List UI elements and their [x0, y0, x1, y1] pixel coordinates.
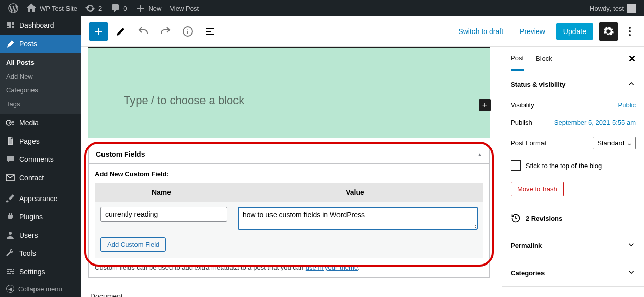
publish-value[interactable]: September 5, 2021 5:55 am: [554, 119, 636, 126]
updates-link[interactable]: 2: [81, 0, 106, 16]
settings-button[interactable]: [599, 22, 618, 41]
menu-pages[interactable]: Pages: [0, 132, 81, 150]
menu-appearance[interactable]: Appearance: [0, 189, 81, 208]
preview-link[interactable]: Preview: [515, 24, 550, 39]
comment-icon: [110, 3, 120, 13]
cf-name-input[interactable]: [100, 207, 227, 222]
inspector-sidebar: Post Block ✕ Status & visibility Visibil…: [502, 47, 644, 297]
add-block-button[interactable]: [89, 22, 108, 41]
add-new-cf-label: Add New Custom Field:: [95, 170, 483, 178]
more-options-button[interactable]: [624, 27, 636, 36]
site-link[interactable]: WP Test Site: [22, 0, 81, 16]
format-label: Post Format: [511, 139, 593, 147]
menu-contact[interactable]: Contact: [0, 169, 81, 187]
switch-to-draft-link[interactable]: Switch to draft: [453, 24, 509, 39]
comments-link[interactable]: 0: [106, 0, 131, 16]
comments-icon: [5, 154, 15, 164]
updates-count: 2: [98, 5, 102, 12]
panel-categories-toggle[interactable]: Categories: [502, 259, 644, 286]
outline-button[interactable]: [201, 22, 219, 41]
history-icon: [511, 213, 521, 223]
user-icon: [5, 230, 15, 240]
menu-tools[interactable]: Tools: [0, 244, 81, 262]
redo-button[interactable]: [156, 22, 175, 41]
custom-fields-metabox: Custom Fields ▲ Add New Custom Field: Na…: [88, 145, 490, 278]
chevron-down-icon: [627, 240, 636, 251]
submenu-tags[interactable]: Tags: [0, 97, 81, 111]
menu-plugins[interactable]: Plugins: [0, 208, 81, 226]
update-button[interactable]: Update: [556, 23, 593, 40]
sliders-icon: [5, 267, 15, 277]
move-to-trash-button[interactable]: Move to trash: [511, 182, 564, 196]
cf-description: Custom fields can be used to add extra m…: [95, 263, 483, 271]
menu-dashboard[interactable]: Dashboard: [0, 16, 81, 35]
editor-canvas[interactable]: Type / to choose a block +: [88, 47, 490, 138]
menu-settings[interactable]: Settings: [0, 262, 81, 281]
pages-icon: [5, 136, 15, 146]
media-icon: [5, 118, 15, 128]
post-format-select[interactable]: Standard ⌄: [593, 137, 636, 149]
chevron-up-icon: [627, 79, 636, 90]
submenu-posts: All Posts Add New Categories Tags: [0, 53, 81, 114]
admin-sidebar: Dashboard Posts All Posts Add New Catego…: [0, 16, 81, 297]
edit-mode-button[interactable]: [112, 22, 130, 41]
wp-logo[interactable]: [4, 0, 22, 16]
refresh-icon: [85, 3, 95, 13]
menu-media[interactable]: Media: [0, 114, 81, 132]
view-post-link[interactable]: View Post: [165, 0, 203, 16]
document-footer-tab[interactable]: Document: [88, 287, 490, 297]
panel-permalink-toggle[interactable]: Permalink: [502, 232, 644, 259]
visibility-label: Visibility: [511, 101, 618, 109]
wordpress-icon: [8, 3, 18, 13]
submenu-categories[interactable]: Categories: [0, 83, 81, 97]
menu-comments[interactable]: Comments: [0, 150, 81, 169]
howdy[interactable]: Howdy, test: [586, 0, 640, 16]
submenu-add-new[interactable]: Add New: [0, 70, 81, 83]
undo-button[interactable]: [134, 22, 152, 41]
plus-icon: [135, 3, 145, 13]
cf-th-name: Name: [95, 183, 227, 202]
home-icon: [26, 3, 37, 13]
mail-icon: [5, 173, 15, 183]
submenu-all-posts[interactable]: All Posts: [0, 56, 81, 70]
chevron-down-icon: ⌄: [627, 139, 632, 147]
editor: Switch to draft Preview Update Type / to…: [81, 16, 644, 297]
stick-checkbox[interactable]: [511, 160, 521, 171]
cf-theme-link[interactable]: use in your theme: [306, 263, 358, 271]
dashboard-icon: [5, 20, 15, 30]
pin-icon: [5, 39, 15, 49]
menu-users[interactable]: Users: [0, 226, 81, 244]
plug-icon: [5, 212, 15, 222]
collapse-menu[interactable]: ◀Collapse menu: [0, 281, 81, 297]
revisions-button[interactable]: 2 Revisions: [502, 205, 644, 232]
cf-value-input[interactable]: how to use custom fields in WordPress: [238, 207, 478, 230]
visibility-value[interactable]: Public: [618, 101, 636, 109]
insert-block-button[interactable]: +: [479, 99, 491, 111]
editor-toolbar: Switch to draft Preview Update: [81, 16, 644, 47]
new-link[interactable]: New: [131, 0, 165, 16]
chevron-up-icon: ▲: [477, 152, 482, 157]
chevron-down-icon: [627, 268, 636, 278]
wrench-icon: [5, 248, 15, 258]
new-label: New: [148, 5, 161, 12]
close-inspector-button[interactable]: ✕: [628, 53, 636, 64]
site-name: WP Test Site: [40, 5, 77, 12]
publish-label: Publish: [511, 119, 554, 126]
custom-fields-toggle[interactable]: Custom Fields ▲: [89, 145, 489, 164]
editor-main: Type / to choose a block + Custom Fields…: [81, 47, 502, 297]
add-custom-field-button[interactable]: Add Custom Field: [100, 237, 166, 252]
brush-icon: [5, 193, 15, 204]
stick-label: Stick to the top of the blog: [526, 162, 602, 170]
panel-status-toggle[interactable]: Status & visibility: [502, 71, 644, 98]
tab-block[interactable]: Block: [536, 48, 552, 70]
cf-th-value: Value: [227, 183, 483, 202]
block-placeholder[interactable]: Type / to choose a block: [124, 94, 454, 107]
svg-point-3: [9, 232, 12, 235]
comments-count: 0: [123, 5, 127, 12]
collapse-icon: ◀: [6, 285, 14, 293]
info-button[interactable]: [179, 22, 197, 41]
tab-post[interactable]: Post: [511, 47, 524, 71]
admin-bar: WP Test Site 2 0 New View Post Howdy, te…: [0, 0, 644, 16]
menu-posts[interactable]: Posts: [0, 35, 81, 53]
custom-fields-table: Name Value how to use custom fields in W…: [95, 183, 483, 258]
